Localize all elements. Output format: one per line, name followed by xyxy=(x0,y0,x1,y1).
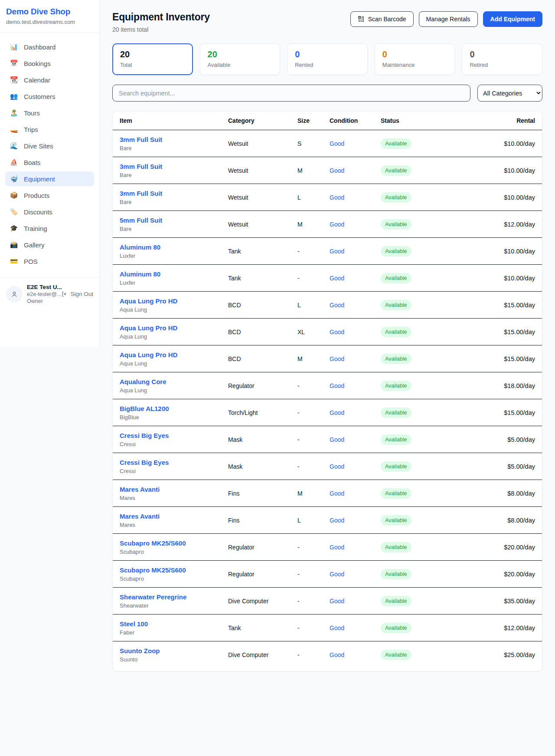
item-cell: Aqua Lung Pro HDAqua Lung xyxy=(120,351,228,367)
condition-link[interactable]: Good xyxy=(330,140,381,147)
speedboat-icon: 🚤 xyxy=(10,125,18,133)
stat-label: Retired xyxy=(470,62,535,68)
item-name-link[interactable]: Steel 100 xyxy=(120,620,228,628)
condition-link[interactable]: Good xyxy=(330,382,381,389)
sidebar-item-calendar[interactable]: 📆Calendar xyxy=(5,72,94,87)
condition-link[interactable]: Good xyxy=(330,598,381,605)
item-name-link[interactable]: Suunto Zoop xyxy=(120,647,228,654)
sidebar-item-label: Equipment xyxy=(24,175,55,183)
scan-barcode-label: Scan Barcode xyxy=(368,16,406,23)
size-cell: - xyxy=(297,248,330,255)
condition-link[interactable]: Good xyxy=(330,490,381,497)
item-name-link[interactable]: 3mm Full Suit xyxy=(120,163,228,170)
sidebar-item-equipment[interactable]: 🤿Equipment xyxy=(5,171,94,186)
stat-card-rented[interactable]: 0Rented xyxy=(287,43,368,75)
item-name-link[interactable]: Aqua Lung Pro HD xyxy=(120,351,228,358)
sidebar-item-trips[interactable]: 🚤Trips xyxy=(5,122,94,137)
category-cell: Regulator xyxy=(228,382,297,389)
sidebar-item-training[interactable]: 🎓Training xyxy=(5,221,94,236)
item-brand: Aqua Lung xyxy=(120,387,228,394)
item-name-link[interactable]: Aqua Lung Pro HD xyxy=(120,297,228,305)
stats-row: 20Total20Available0Rented0Maintenance0Re… xyxy=(112,43,542,75)
stat-card-retired[interactable]: 0Retired xyxy=(462,43,542,75)
sidebar-item-gallery[interactable]: 📸Gallery xyxy=(5,237,94,252)
item-name-link[interactable]: 3mm Full Suit xyxy=(120,190,228,197)
header-actions: Scan Barcode Manage Rentals Add Equipmen… xyxy=(350,11,542,27)
condition-link[interactable]: Good xyxy=(330,625,381,631)
item-cell: 3mm Full SuitBare xyxy=(120,190,228,205)
sidebar-item-label: Trips xyxy=(24,126,38,133)
item-brand: Faber xyxy=(120,629,228,636)
avatar xyxy=(6,286,23,302)
search-input[interactable] xyxy=(112,85,470,102)
condition-link[interactable]: Good xyxy=(330,167,381,174)
category-cell: Fins xyxy=(228,490,297,497)
item-name-link[interactable]: Shearwater Peregrine xyxy=(120,593,228,601)
table-row: Aluminum 80LuxferTank-GoodAvailable$10.0… xyxy=(113,238,542,265)
item-name-link[interactable]: Aluminum 80 xyxy=(120,270,228,278)
sidebar-item-dive-sites[interactable]: 🌊Dive Sites xyxy=(5,138,94,153)
item-name-link[interactable]: Aqua Lung Pro HD xyxy=(120,324,228,332)
manage-rentals-button[interactable]: Manage Rentals xyxy=(419,11,478,27)
rental-cell: $12.00/day xyxy=(446,221,535,228)
condition-link[interactable]: Good xyxy=(330,302,381,309)
size-cell: M xyxy=(297,221,330,228)
item-cell: Cressi Big EyesCressi xyxy=(120,459,228,474)
size-cell: XL xyxy=(297,329,330,335)
sidebar-nav: 📊Dashboard📅Bookings📆Calendar👥Customers🏝️… xyxy=(0,33,99,275)
sidebar-item-discounts[interactable]: 🏷️Discounts xyxy=(5,204,94,219)
sign-out-button[interactable]: Sign Out xyxy=(61,291,93,297)
title-block: Equipment Inventory 20 items total xyxy=(112,11,210,33)
item-name-link[interactable]: Cressi Big Eyes xyxy=(120,432,228,439)
rental-cell: $5.00/day xyxy=(446,463,535,470)
condition-link[interactable]: Good xyxy=(330,275,381,282)
stat-card-available[interactable]: 20Available xyxy=(200,43,281,75)
item-name-link[interactable]: Cressi Big Eyes xyxy=(120,459,228,466)
sidebar-item-products[interactable]: 📦Products xyxy=(5,188,94,203)
add-equipment-button[interactable]: Add Equipment xyxy=(483,11,542,27)
condition-link[interactable]: Good xyxy=(330,517,381,524)
condition-link[interactable]: Good xyxy=(330,329,381,335)
item-name-link[interactable]: 3mm Full Suit xyxy=(120,136,228,143)
page-header: Equipment Inventory 20 items total xyxy=(112,11,542,33)
condition-link[interactable]: Good xyxy=(330,571,381,578)
item-name-link[interactable]: Mares Avanti xyxy=(120,513,228,520)
condition-link[interactable]: Good xyxy=(330,409,381,416)
stat-card-maintenance[interactable]: 0Maintenance xyxy=(375,43,455,75)
sidebar-item-customers[interactable]: 👥Customers xyxy=(5,89,94,104)
rental-cell: $10.00/day xyxy=(446,194,535,201)
scan-barcode-button[interactable]: Scan Barcode xyxy=(350,11,414,27)
brand-name[interactable]: Demo Dive Shop xyxy=(6,7,92,16)
column-header-size: Size xyxy=(297,117,330,124)
item-name-link[interactable]: Scubapro MK25/S600 xyxy=(120,566,228,574)
item-name-link[interactable]: BigBlue AL1200 xyxy=(120,405,228,412)
user-meta: E2E Test U... e2e-tester@... Owner xyxy=(27,284,57,304)
condition-link[interactable]: Good xyxy=(330,463,381,470)
condition-link[interactable]: Good xyxy=(330,248,381,255)
item-name-link[interactable]: Aluminum 80 xyxy=(120,243,228,251)
item-name-link[interactable]: Mares Avanti xyxy=(120,486,228,493)
item-name-link[interactable]: Scubapro MK25/S600 xyxy=(120,539,228,547)
condition-link[interactable]: Good xyxy=(330,651,381,658)
rental-cell: $10.00/day xyxy=(446,275,535,282)
sidebar-item-pos[interactable]: 💳POS xyxy=(5,254,94,269)
condition-link[interactable]: Good xyxy=(330,544,381,551)
column-header-condition: Condition xyxy=(330,117,381,124)
sidebar-item-label: Dashboard xyxy=(24,43,56,51)
condition-link[interactable]: Good xyxy=(330,194,381,201)
table-row: Mares AvantiMaresFinsMGoodAvailable$8.00… xyxy=(113,480,542,507)
stat-card-total[interactable]: 20Total xyxy=(112,43,193,75)
sidebar-item-tours[interactable]: 🏝️Tours xyxy=(5,105,94,120)
condition-link[interactable]: Good xyxy=(330,355,381,362)
condition-link[interactable]: Good xyxy=(330,436,381,443)
item-name-link[interactable]: Aqualung Core xyxy=(120,378,228,385)
condition-link[interactable]: Good xyxy=(330,221,381,228)
sidebar-item-boats[interactable]: ⛵Boats xyxy=(5,155,94,170)
size-cell: - xyxy=(297,463,330,470)
item-name-link[interactable]: 5mm Full Suit xyxy=(120,217,228,224)
sidebar-item-dashboard[interactable]: 📊Dashboard xyxy=(5,39,94,54)
category-filter[interactable]: All Categories xyxy=(477,85,542,102)
rental-cell: $10.00/day xyxy=(446,167,535,174)
status-badge: Available xyxy=(381,138,411,149)
sidebar-item-bookings[interactable]: 📅Bookings xyxy=(5,56,94,71)
